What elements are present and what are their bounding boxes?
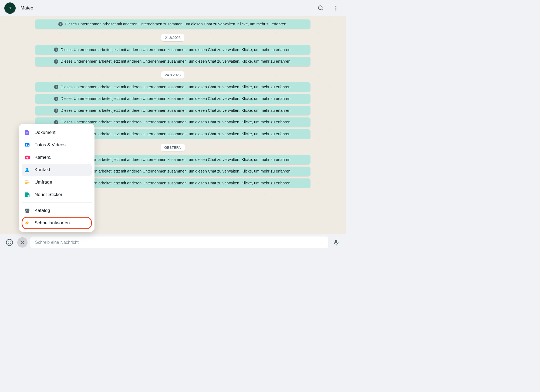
system-notice-text: Dieses Unternehmen arbeitet jetzt mit an… xyxy=(60,96,291,102)
system-notice-text: Dieses Unternehmen arbeitet jetzt mit an… xyxy=(60,47,291,53)
attach-item-quick[interactable]: Schnellantworten xyxy=(22,217,92,229)
info-icon: i xyxy=(58,22,63,26)
attach-item-label: Umfrage xyxy=(35,180,52,185)
svg-point-17 xyxy=(6,239,12,245)
attach-item-sticker[interactable]: Neuer Sticker xyxy=(22,188,92,201)
attach-item-contact[interactable]: Kontakt xyxy=(22,164,92,176)
attach-item-catalog[interactable]: Katalog xyxy=(22,204,92,217)
svg-point-0 xyxy=(318,6,322,9)
poll-icon xyxy=(24,179,30,185)
system-notice-text: Dieses Unternehmen arbeitet jetzt mit an… xyxy=(60,59,291,64)
attachment-menu: DokumentFotos & VideosKameraKontaktUmfra… xyxy=(19,124,94,232)
attach-item-label: Fotos & Videos xyxy=(35,142,66,148)
camera-icon xyxy=(24,154,30,160)
attach-item-label: Katalog xyxy=(35,208,50,213)
svg-point-11 xyxy=(26,168,28,170)
svg-point-3 xyxy=(335,8,336,9)
microphone-icon[interactable] xyxy=(331,237,341,248)
info-icon: i xyxy=(54,85,58,89)
attach-item-label: Kontakt xyxy=(35,167,50,173)
attach-item-label: Neuer Sticker xyxy=(35,192,62,197)
system-notice-text: Dieses Unternehmen arbeitet jetzt mit an… xyxy=(60,181,291,186)
system-notice[interactable]: iDieses Unternehmen arbeitet jetzt mit a… xyxy=(35,57,310,66)
system-notice[interactable]: iDieses Unternehmen arbeitet jetzt mit a… xyxy=(35,94,310,104)
document-icon xyxy=(24,130,30,136)
svg-point-9 xyxy=(26,144,27,145)
info-icon: i xyxy=(54,48,58,52)
search-icon[interactable] xyxy=(317,4,325,12)
composer xyxy=(0,234,346,251)
attach-item-document[interactable]: Dokument xyxy=(22,126,92,139)
date-chip: 24.8.2023 xyxy=(161,71,184,79)
svg-point-18 xyxy=(8,242,9,242)
menu-dots-icon[interactable] xyxy=(332,4,340,12)
attach-item-poll[interactable]: Umfrage xyxy=(22,176,92,188)
sticker-icon xyxy=(24,192,30,198)
system-notice-text: Dieses Unternehmen arbeitet mit anderen … xyxy=(65,22,287,27)
system-notice-text: Dieses Unternehmen arbeitet jetzt mit an… xyxy=(60,120,291,125)
chat-area: iDieses Unternehmen arbeitet mit anderen… xyxy=(0,16,346,251)
chat-name[interactable]: Mateo xyxy=(21,5,317,11)
system-notice-text: Dieses Unternehmen arbeitet jetzt mit an… xyxy=(60,169,291,174)
info-icon: i xyxy=(54,97,58,101)
attach-item-label: Dokument xyxy=(35,130,55,135)
svg-rect-5 xyxy=(26,132,28,132)
system-notice-text: Dieses Unternehmen arbeitet jetzt mit an… xyxy=(60,131,291,137)
svg-point-2 xyxy=(335,6,336,7)
system-notice[interactable]: iDieses Unternehmen arbeitet jetzt mit a… xyxy=(35,82,310,92)
svg-rect-16 xyxy=(26,211,29,213)
system-notice-text: Dieses Unternehmen arbeitet jetzt mit an… xyxy=(60,85,291,90)
svg-rect-12 xyxy=(25,181,29,181)
svg-rect-13 xyxy=(25,182,30,183)
media-icon xyxy=(24,142,30,148)
emoji-icon[interactable] xyxy=(4,237,15,248)
system-notice-text: Dieses Unternehmen arbeitet jetzt mit an… xyxy=(60,157,291,163)
date-chip: 21.8.2023 xyxy=(161,34,184,41)
svg-rect-7 xyxy=(26,134,28,134)
svg-rect-6 xyxy=(26,133,28,133)
attach-item-label: Schnellantworten xyxy=(35,220,70,226)
close-attachment-icon[interactable] xyxy=(17,237,28,248)
info-icon: i xyxy=(54,59,58,64)
info-icon: i xyxy=(54,109,58,113)
quick-icon xyxy=(24,220,30,226)
system-notice[interactable]: iDieses Unternehmen arbeitet jetzt mit a… xyxy=(35,45,310,55)
header-actions xyxy=(317,4,340,12)
system-notice[interactable]: iDieses Unternehmen arbeitet mit anderen… xyxy=(35,19,310,29)
svg-rect-14 xyxy=(25,183,28,184)
attach-item-label: Kamera xyxy=(35,155,51,160)
svg-point-4 xyxy=(335,9,336,11)
message-input[interactable] xyxy=(30,236,328,248)
chat-header: Mateo xyxy=(0,0,346,16)
contact-icon xyxy=(24,167,30,173)
date-chip: GESTERN xyxy=(161,144,185,151)
system-notice[interactable]: iDieses Unternehmen arbeitet jetzt mit a… xyxy=(35,106,310,116)
svg-point-10 xyxy=(26,157,28,158)
attach-item-camera[interactable]: Kamera xyxy=(22,151,92,164)
attach-item-media[interactable]: Fotos & Videos xyxy=(22,139,92,151)
catalog-icon xyxy=(24,208,30,214)
svg-point-19 xyxy=(10,242,11,242)
avatar[interactable] xyxy=(4,2,16,14)
system-notice-text: Dieses Unternehmen arbeitet jetzt mit an… xyxy=(60,108,291,113)
svg-line-1 xyxy=(322,9,323,10)
menu-divider xyxy=(22,202,92,203)
